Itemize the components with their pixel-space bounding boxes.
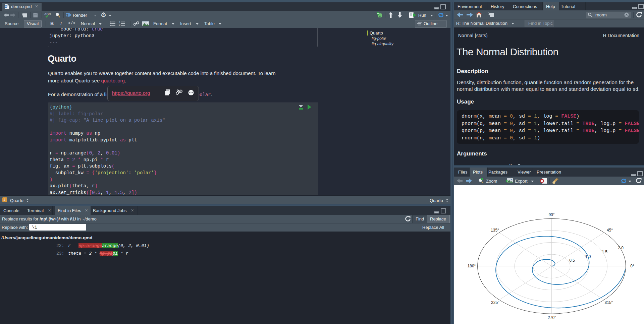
svg-text:315°: 315° [605,300,613,305]
svg-text:90°: 90° [548,212,554,217]
svg-text:135°: 135° [491,228,499,233]
svg-text:2.0: 2.0 [618,246,624,250]
svg-text:45°: 45° [607,228,613,233]
svg-text:C: C [379,14,381,17]
svg-text:225°: 225° [491,300,499,305]
svg-text:0.5: 0.5 [569,258,575,263]
svg-text:1.0: 1.0 [585,254,591,259]
svg-text:180°: 180° [468,264,476,268]
svg-text:1.5: 1.5 [602,250,607,254]
svg-text:270°: 270° [548,315,556,320]
svg-text:1: 1 [119,21,120,23]
svg-text:2: 2 [119,24,120,26]
svg-text:0°: 0° [630,264,634,268]
